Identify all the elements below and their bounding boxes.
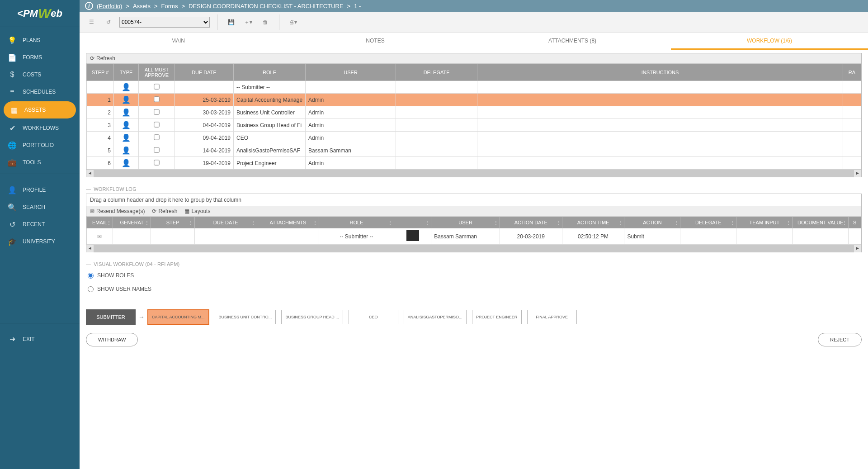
- logo: <PMWeb: [0, 0, 80, 27]
- workflow-row[interactable]: 4👤09-04-2019CEOAdmin: [87, 132, 861, 144]
- sidebar-item-search[interactable]: 🔍SEARCH: [0, 199, 80, 216]
- col-role[interactable]: ROLE: [234, 64, 306, 81]
- sidebar-item-tools[interactable]: 💼TOOLS: [0, 154, 80, 171]
- workflow-row[interactable]: 6👤19-04-2019Project EngineerAdmin: [87, 157, 861, 170]
- col-step[interactable]: STEP #: [87, 64, 114, 81]
- save-icon[interactable]: 💾: [225, 16, 237, 28]
- flow-box[interactable]: BUSINESS UNIT CONTRO...: [215, 310, 276, 324]
- col-allmust[interactable]: ALL MUST APPROVE: [139, 64, 175, 81]
- workflow-row[interactable]: 1👤25-03-2019Capital Accounting ManageAdm…: [87, 94, 861, 106]
- sidebar-item-assets[interactable]: ▦ASSETS: [4, 101, 76, 118]
- log-row[interactable]: ✉ -- Submitter -- Bassam Samman 20-03-20…: [87, 228, 861, 245]
- workflow-row[interactable]: 👤-- Submitter --: [87, 81, 861, 94]
- allmust-checkbox[interactable]: [154, 122, 159, 127]
- scroll-left-icon[interactable]: ◄: [86, 170, 94, 177]
- allmust-checkbox[interactable]: [154, 160, 159, 165]
- allmust-checkbox[interactable]: [154, 147, 159, 152]
- show-users-radio[interactable]: [88, 286, 94, 292]
- sidebar-item-schedules[interactable]: ≡SCHEDULES: [0, 83, 80, 100]
- workflow-row[interactable]: 2👤30-03-2019Business Unit ControllerAdmi…: [87, 106, 861, 119]
- breadcrumb-portfolio[interactable]: (Portfolio): [97, 3, 122, 9]
- sidebar-item-plans[interactable]: 💡PLANS: [0, 32, 80, 49]
- allmust-checkbox[interactable]: [154, 84, 159, 89]
- breadcrumb-doc[interactable]: DESIGN COORDINATION CHECKLIST - ARCHITEC…: [189, 3, 344, 9]
- group-hint[interactable]: Drag a column header and drop it here to…: [86, 194, 861, 206]
- plans-icon: 💡: [8, 36, 16, 44]
- flow-box[interactable]: CEO: [349, 310, 398, 324]
- reject-button[interactable]: REJECT: [818, 333, 862, 346]
- log-actiontime: 02:50:12 PM: [562, 228, 624, 245]
- col-email[interactable]: EMAIL⋮: [87, 217, 113, 228]
- list-icon[interactable]: ☰: [85, 16, 98, 28]
- scroll-right-icon[interactable]: ►: [854, 245, 861, 252]
- cell-role: CEO: [234, 132, 306, 144]
- sidebar-item-university[interactable]: 🎓UNIVERSITY: [0, 233, 80, 250]
- add-icon[interactable]: ＋▾: [242, 16, 255, 28]
- history-icon[interactable]: ↺: [102, 16, 115, 28]
- col-generat[interactable]: GENERAT⋮: [113, 217, 151, 228]
- sidebar-item-forms[interactable]: 📄FORMS: [0, 49, 80, 66]
- show-roles-radio[interactable]: [88, 273, 94, 279]
- flow-box[interactable]: BUSINESS GROUP HEAD ...: [281, 310, 343, 324]
- tab-attachments[interactable]: ATTACHMENTS (8): [474, 33, 671, 50]
- tab-main[interactable]: MAIN: [80, 33, 277, 50]
- flow-box[interactable]: PROJECT ENGINEER: [472, 310, 522, 324]
- col-action[interactable]: ACTION⋮: [624, 217, 680, 228]
- sidebar-item-costs[interactable]: $COSTS: [0, 66, 80, 83]
- hscroll-log[interactable]: ◄►: [86, 245, 861, 252]
- col-due[interactable]: DUE DATE⋮: [194, 217, 257, 228]
- col-teaminput[interactable]: TEAM INPUT⋮: [736, 217, 793, 228]
- resend-button[interactable]: ✉ Resend Message(s): [90, 208, 145, 214]
- col-type[interactable]: TYPE: [114, 64, 139, 81]
- col-attachments[interactable]: ATTACHMENTS⋮: [257, 217, 319, 228]
- col-user[interactable]: USER⋮: [431, 217, 500, 228]
- col-delegate[interactable]: DELEGATE: [396, 64, 477, 81]
- col-actiondate[interactable]: ACTION DATE⋮: [500, 217, 562, 228]
- breadcrumb-forms[interactable]: Forms: [161, 3, 178, 9]
- withdraw-button[interactable]: WITHDRAW: [86, 333, 138, 346]
- allmust-checkbox[interactable]: [154, 109, 159, 114]
- workflow-row[interactable]: 5👤14-04-2019AnalisisGastoPermisoSAFBassa…: [87, 144, 861, 157]
- scroll-right-icon[interactable]: ►: [854, 170, 861, 177]
- layouts-button[interactable]: ▦ Layouts: [184, 208, 210, 214]
- flow-box[interactable]: SUBMITTER: [86, 309, 136, 325]
- workflow-row[interactable]: 3👤04-04-2019Business Group Head of FiAdm…: [87, 119, 861, 132]
- info-icon[interactable]: i: [85, 2, 93, 10]
- col-due[interactable]: DUE DATE: [175, 64, 234, 81]
- allmust-checkbox[interactable]: [154, 134, 159, 140]
- mail-icon[interactable]: ✉: [97, 233, 102, 240]
- flow-box[interactable]: FINAL APPROVE: [527, 310, 577, 324]
- print-icon[interactable]: 🖨▾: [287, 16, 299, 28]
- scroll-left-icon[interactable]: ◄: [86, 245, 94, 252]
- nav-secondary: 👤PROFILE🔍SEARCH↺RECENT🎓UNIVERSITY: [0, 177, 80, 320]
- sidebar-item-workflows[interactable]: ✔WORKFLOWS: [0, 119, 80, 137]
- sidebar-item-profile[interactable]: 👤PROFILE: [0, 181, 80, 199]
- sidebar-item-exit[interactable]: ➜EXIT: [0, 331, 80, 348]
- breadcrumb-assets[interactable]: Assets: [133, 3, 151, 9]
- col-step[interactable]: STEP⋮: [151, 217, 194, 228]
- sidebar-item-label: EXIT: [23, 336, 35, 342]
- toolbar: ☰ ↺ 000574- 💾 ＋▾ 🗑 🖨▾: [80, 12, 868, 33]
- tab-notes[interactable]: NOTES: [277, 33, 474, 50]
- sidebar-item-portfolio[interactable]: 🌐PORTFOLIO: [0, 137, 80, 154]
- tab-workflow[interactable]: WORKFLOW (1/6): [671, 33, 868, 50]
- col-avatar[interactable]: ⋮: [394, 217, 431, 228]
- sidebar-item-label: PORTFOLIO: [23, 142, 54, 148]
- col-actiontime[interactable]: ACTION TIME⋮: [562, 217, 624, 228]
- col-delegate[interactable]: DELEGATE⋮: [680, 217, 736, 228]
- allmust-checkbox[interactable]: [154, 96, 159, 102]
- sidebar-item-recent[interactable]: ↺RECENT: [0, 216, 80, 233]
- col-instructions[interactable]: INSTRUCTIONS: [477, 64, 843, 81]
- col-user[interactable]: USER: [306, 64, 396, 81]
- flow-box[interactable]: CAPITAL ACCOUNTING M...: [147, 309, 209, 325]
- flow-box[interactable]: ANALISISGASTOPERMISO...: [404, 310, 467, 324]
- refresh-log-button[interactable]: ⟳ Refresh: [152, 208, 177, 214]
- record-select[interactable]: 000574-: [119, 17, 210, 28]
- delete-icon[interactable]: 🗑: [259, 16, 272, 28]
- col-docvalue[interactable]: DOCUMENT VALUE⋮: [793, 217, 849, 228]
- col-role[interactable]: ROLE⋮: [319, 217, 394, 228]
- col-s[interactable]: S: [849, 217, 861, 228]
- refresh-button[interactable]: ⟳ Refresh: [90, 55, 115, 62]
- hscroll[interactable]: ◄►: [86, 170, 861, 177]
- col-ra[interactable]: RA: [843, 64, 861, 81]
